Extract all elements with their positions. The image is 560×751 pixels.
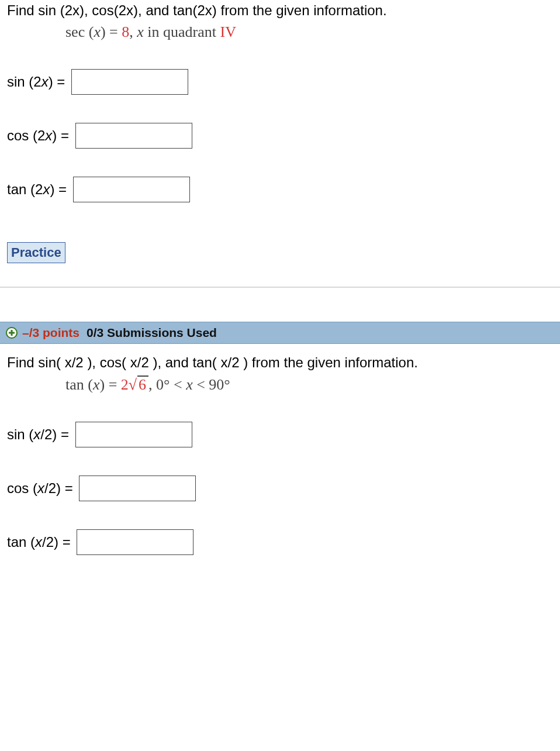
answer-row-cos-half: cos (x/2) = [7,476,553,501]
answer-row-sin2x: sin (2x) = [7,69,553,95]
problem-2-given: tan (x) = 2√6, 0° < x < 90° [65,376,553,394]
answer-row-sin-half: sin (x/2) = [7,422,553,447]
variable-x: x [93,376,100,393]
given-function: tan [65,376,84,393]
answer-row-tan-half: tan (x/2) = [7,529,553,555]
problem-1-prompt: Find sin (2x), cos(2x), and tan(2x) from… [7,2,553,19]
answer-label: sin (x/2) = [7,426,73,443]
answer-label: tan (x/2) = [7,534,74,550]
sin-2x-input[interactable] [71,69,188,95]
answer-label: tan (2x) = [7,181,71,198]
answer-row-tan2x: tan (2x) = [7,177,553,202]
problem-2: Find sin( x/2 ), cos( x/2 ), and tan( x/… [0,352,560,585]
expand-icon[interactable] [6,327,18,339]
given-value: 2√6 [121,376,148,393]
submissions-label: 0/3 Submissions Used [87,326,217,340]
tan-half-input[interactable] [77,529,193,555]
sin-half-input[interactable] [75,422,192,447]
variable-x: x [94,23,101,40]
problem-1: Find sin (2x), cos(2x), and tan(2x) from… [0,0,560,270]
cos-2x-input[interactable] [75,123,192,149]
section-divider [0,287,560,288]
variable-x: x [137,23,144,40]
problem-2-prompt: Find sin( x/2 ), cos( x/2 ), and tan( x/… [7,354,553,371]
answer-row-cos2x: cos (2x) = [7,123,553,149]
points-label: –/3 points [22,326,79,340]
tan-2x-input[interactable] [73,177,190,202]
problem-1-given: sec (x) = 8, x in quadrant IV [65,23,553,41]
practice-button[interactable]: Practice [7,242,65,263]
variable-x: x [186,376,193,393]
answer-label: sin (2x) = [7,74,69,90]
question-header: –/3 points 0/3 Submissions Used [0,322,560,344]
given-value: 8 [122,23,129,40]
given-function: sec [65,23,85,40]
quadrant-value: IV [220,23,236,40]
answer-label: cos (x/2) = [7,480,77,497]
answer-label: cos (2x) = [7,128,73,144]
cos-half-input[interactable] [79,476,196,501]
